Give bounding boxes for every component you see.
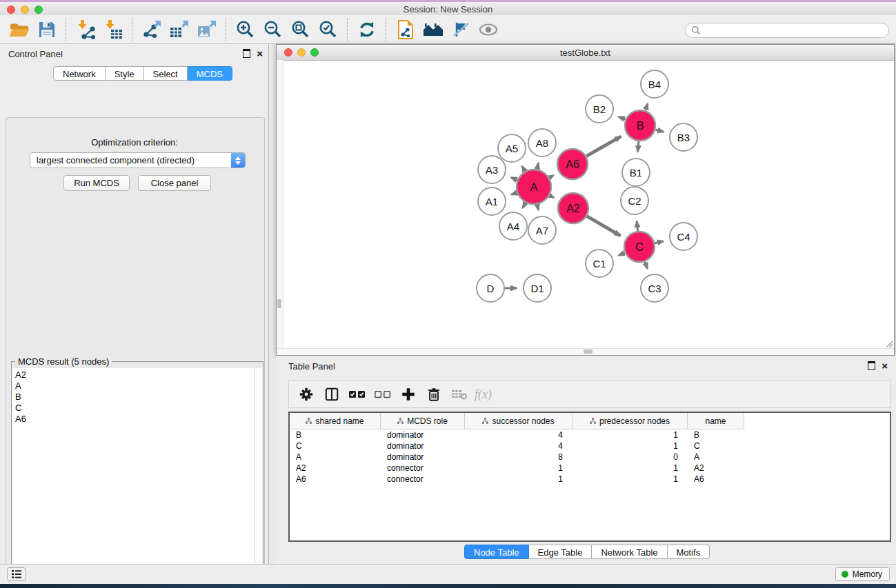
node-C2[interactable]: C2: [621, 187, 648, 214]
memory-button[interactable]: Memory: [835, 567, 890, 581]
result-item[interactable]: C: [15, 403, 255, 414]
run-mcds-button[interactable]: Run MCDS: [63, 175, 130, 191]
checked-boxes-icon[interactable]: [344, 383, 370, 405]
table-cell[interactable]: 1: [465, 463, 573, 474]
table-cell[interactable]: 1: [573, 440, 688, 452]
tab-style[interactable]: Style: [106, 66, 144, 81]
column-header-MCDS-role[interactable]: MCDS role: [381, 413, 465, 429]
tab-network-table[interactable]: Network Table: [592, 545, 667, 559]
node-A3[interactable]: A3: [478, 156, 506, 183]
columns-icon[interactable]: [319, 383, 344, 405]
node-A5[interactable]: A5: [498, 134, 526, 162]
node-A1[interactable]: A1: [478, 187, 506, 215]
table-cell[interactable]: C: [290, 440, 381, 452]
node-A[interactable]: A: [517, 170, 551, 204]
zoom-out-icon[interactable]: [259, 17, 287, 42]
node-C[interactable]: C: [624, 232, 655, 262]
add-icon[interactable]: [395, 383, 421, 405]
table-cell[interactable]: 1: [573, 463, 688, 474]
node-A7[interactable]: A7: [528, 216, 556, 244]
result-item[interactable]: A6: [15, 414, 255, 425]
column-header-predecessor-nodes[interactable]: predecessor nodes: [573, 413, 688, 429]
edge-A-A7[interactable]: [537, 205, 539, 210]
tab-node-table[interactable]: Node Table: [464, 545, 529, 559]
edge-C-C3[interactable]: [645, 262, 648, 269]
table-cell[interactable]: A6: [688, 474, 744, 485]
table-cell[interactable]: A: [290, 452, 381, 463]
table-cell[interactable]: connector: [381, 474, 465, 485]
scrollbar-thumb[interactable]: [584, 349, 593, 354]
trash-icon[interactable]: [421, 383, 446, 405]
edge-C-C4[interactable]: [655, 241, 663, 243]
close-table-panel-icon[interactable]: ×: [882, 362, 888, 370]
node-D1[interactable]: D1: [524, 274, 551, 302]
import-network-icon[interactable]: [72, 17, 99, 42]
gear-icon[interactable]: [293, 383, 319, 405]
node-B2[interactable]: B2: [586, 95, 613, 123]
table-cell[interactable]: 0: [573, 452, 688, 463]
scrollbar-thumb[interactable]: [277, 299, 281, 308]
function-icon[interactable]: f(x): [475, 387, 492, 402]
edge-A-A1[interactable]: [511, 192, 517, 194]
zoom-in-icon[interactable]: [232, 17, 259, 42]
node-B4[interactable]: B4: [641, 70, 668, 98]
node-A6[interactable]: A6: [557, 149, 588, 179]
edge-B-B1[interactable]: [638, 141, 639, 152]
table-cell[interactable]: A: [688, 452, 744, 463]
edge-A-A4[interactable]: [523, 203, 526, 207]
unchecked-boxes-icon[interactable]: [370, 383, 395, 405]
close-panel-button[interactable]: Close panel: [138, 175, 211, 191]
network-document-icon[interactable]: [392, 17, 419, 42]
table-cell[interactable]: connector: [381, 463, 465, 474]
edge-A-A2[interactable]: [550, 195, 554, 197]
edge-A-A8[interactable]: [537, 163, 539, 169]
import-table-icon[interactable]: [99, 17, 127, 42]
table-cell[interactable]: B: [688, 429, 744, 440]
tab-edge-table[interactable]: Edge Table: [529, 545, 593, 559]
table-cell[interactable]: 4: [465, 440, 573, 452]
hide-labels-icon[interactable]: [447, 17, 475, 42]
node-B[interactable]: B: [625, 110, 655, 141]
column-header-shared-name[interactable]: shared name: [290, 413, 381, 429]
table-row[interactable]: Cdominator41C: [290, 440, 890, 452]
edge-C-C1[interactable]: [619, 253, 625, 256]
zoom-selected-icon[interactable]: [315, 17, 342, 42]
tab-mcds[interactable]: MCDS: [188, 66, 232, 81]
task-history-button[interactable]: [7, 567, 26, 581]
network-horizontal-scrollbar[interactable]: [277, 348, 894, 355]
table-cell[interactable]: A6: [290, 474, 381, 485]
save-icon[interactable]: [33, 17, 61, 42]
export-table-icon[interactable]: [166, 17, 193, 42]
node-D[interactable]: D: [477, 274, 504, 302]
open-folder-icon[interactable]: [6, 17, 33, 42]
edge-B-B2[interactable]: [619, 116, 626, 119]
edge-A-A5[interactable]: [522, 166, 525, 171]
table-cell[interactable]: C: [688, 440, 744, 452]
float-panel-icon[interactable]: [243, 49, 250, 58]
edge-B-B4[interactable]: [646, 103, 648, 110]
result-item[interactable]: A2: [15, 369, 255, 381]
result-scrollbar[interactable]: [254, 368, 262, 588]
tab-motifs[interactable]: Motifs: [668, 545, 710, 559]
edge-A-A3[interactable]: [511, 177, 517, 180]
node-C1[interactable]: C1: [586, 250, 613, 277]
zoom-fit-icon[interactable]: [287, 17, 315, 42]
refresh-icon[interactable]: [353, 17, 381, 42]
close-panel-icon[interactable]: ×: [257, 50, 263, 58]
export-image-icon[interactable]: [193, 17, 221, 42]
criterion-dropdown[interactable]: largest connected component (directed): [30, 152, 246, 168]
table-cell[interactable]: 4: [465, 429, 573, 440]
edge-C-C2[interactable]: [637, 221, 637, 231]
edge-A6-B[interactable]: [586, 136, 621, 156]
table-cell[interactable]: dominator: [381, 452, 465, 463]
home-icon[interactable]: [419, 17, 447, 42]
network-window-titlebar[interactable]: testGlobe.txt: [277, 45, 894, 61]
table-row[interactable]: Adominator80A: [290, 452, 890, 463]
node-B3[interactable]: B3: [670, 123, 697, 151]
tab-select[interactable]: Select: [144, 66, 188, 81]
result-item[interactable]: B: [15, 392, 255, 403]
node-C3[interactable]: C3: [641, 274, 668, 302]
table-cell[interactable]: dominator: [381, 440, 465, 452]
column-header-successor-nodes[interactable]: successor nodes: [465, 413, 573, 429]
network-vertical-scrollbar[interactable]: [277, 60, 283, 349]
